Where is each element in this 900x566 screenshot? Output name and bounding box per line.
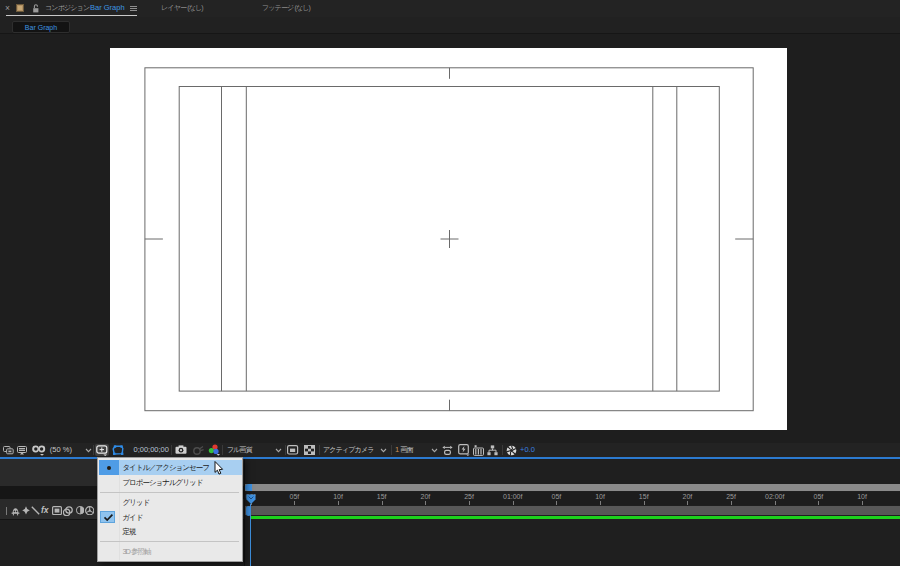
magnification-chevron-icon[interactable]: [85, 448, 92, 453]
ruler-tick: [294, 501, 295, 505]
collapse-transformations-icon[interactable]: [22, 506, 30, 515]
shy-toggle-icon[interactable]: [11, 507, 20, 516]
always-preview-icon[interactable]: [3, 446, 14, 455]
current-time-indicator-head[interactable]: [246, 494, 256, 505]
effects-icon[interactable]: fx: [41, 505, 49, 515]
menu-item-3d-reference-axes: 3D 参照軸: [99, 544, 242, 558]
time-navigator-start-handle[interactable]: [245, 484, 251, 490]
toolbar-separator: [171, 445, 172, 456]
ruler-tick: [556, 501, 557, 505]
ruler-label: 25f: [464, 493, 474, 500]
toolbar-separator: [319, 445, 320, 456]
adjustment-layer-icon[interactable]: [76, 506, 85, 515]
take-snapshot-icon[interactable]: [175, 445, 187, 455]
cached-frames-indicator: [250, 516, 900, 519]
transparency-grid-icon[interactable]: [304, 445, 315, 455]
ruler-tick: [338, 501, 339, 505]
switches-separator: [6, 507, 7, 515]
time-navigator-bar[interactable]: [245, 484, 900, 491]
stereo-3d-glasses-icon[interactable]: [32, 445, 46, 456]
ruler-label: 25f: [726, 493, 736, 500]
after-effects-window: × コンポジション Bar Graph レイヤー (なし) フッテージ (なし)…: [0, 0, 900, 566]
ruler-tick: [644, 501, 645, 505]
ruler-tick: [600, 501, 601, 505]
ruler-tick: [862, 501, 863, 505]
view-3d-chevron-icon[interactable]: [380, 448, 387, 453]
panel-icon: [16, 4, 24, 12]
breadcrumb-comp-chip[interactable]: Bar Graph: [12, 21, 70, 33]
ruler-tick: [818, 501, 819, 505]
motion-blur-icon[interactable]: [63, 506, 73, 516]
frame-blend-icon[interactable]: [52, 506, 62, 516]
primary-viewer-icon[interactable]: [17, 446, 27, 455]
reset-exposure-icon[interactable]: [506, 445, 517, 456]
check-icon: [102, 512, 115, 523]
ruler-label: 01:00f: [503, 493, 522, 500]
menu-item-proportional-grid[interactable]: プロポーショナルグリッド: [99, 475, 242, 489]
ruler-label: 15f: [377, 493, 387, 500]
resolution-popup[interactable]: フル画質: [227, 444, 252, 455]
ruler-label: 02:00f: [765, 493, 784, 500]
tab-footage[interactable]: フッテージ (なし): [262, 3, 310, 13]
ruler-label: 10f: [857, 493, 867, 500]
toolbar-separator: [222, 445, 223, 456]
view-layout-popup[interactable]: 画面: [401, 444, 413, 455]
menu-item-guides[interactable]: ガイド: [99, 510, 242, 524]
panel-tab-bar: × コンポジション Bar Graph レイヤー (なし) フッテージ (なし): [0, 0, 900, 17]
toolbar-separator: [285, 445, 286, 456]
tab-layer[interactable]: レイヤー (なし): [161, 3, 203, 13]
ruler-tick: [731, 501, 732, 505]
composition-viewer[interactable]: [0, 34, 900, 443]
ruler-tick: [687, 501, 688, 505]
ruler-label: 15f: [639, 493, 649, 500]
breadcrumb-comp-name: Bar Graph: [25, 24, 57, 31]
toolbar-separator: [502, 445, 503, 456]
close-panel-icon[interactable]: ×: [5, 3, 10, 13]
mouse-cursor: [214, 461, 224, 476]
tab-composition-label[interactable]: コンポジション: [45, 3, 89, 13]
pixel-aspect-toggle[interactable]: [442, 445, 453, 455]
current-time-indicator-line[interactable]: [250, 504, 252, 566]
panel-menu-icon[interactable]: [130, 5, 137, 12]
composition-canvas[interactable]: [110, 48, 787, 430]
channel-settings-icon[interactable]: [208, 444, 221, 456]
toolbar-separator: [391, 445, 392, 456]
magnification-value[interactable]: (50 %): [50, 444, 72, 455]
ruler-label: 10f: [333, 493, 343, 500]
menu-separator: [100, 492, 239, 493]
exposure-value[interactable]: +0.0: [520, 444, 535, 455]
checkmark-cell: [100, 511, 115, 523]
mask-visibility-toggle[interactable]: [112, 445, 124, 456]
ruler-label: 05f: [552, 493, 562, 500]
menu-separator: [100, 541, 239, 542]
current-time-display[interactable]: 0;00;00;00: [134, 444, 169, 455]
ruler-tick: [469, 501, 470, 505]
view-3d-popup[interactable]: アクティブカメラ: [323, 444, 374, 455]
fast-previews-button[interactable]: [458, 444, 470, 456]
ruler-tick: [382, 501, 383, 505]
flowchart-button[interactable]: [487, 445, 498, 456]
region-of-interest-icon[interactable]: [287, 445, 299, 455]
ruler-tick: [513, 501, 514, 505]
quality-icon[interactable]: [31, 506, 40, 515]
ruler-label: 05f: [289, 493, 299, 500]
ruler-label: 05f: [814, 493, 824, 500]
view-layout-count[interactable]: 1: [395, 444, 399, 455]
work-area-bar[interactable]: [245, 506, 900, 515]
menu-item-grid[interactable]: グリッド: [99, 495, 242, 509]
time-ruler[interactable]: 00f05f10f15f20f25f01:00f05f10f15f20f25f0…: [245, 492, 900, 505]
menu-item-rulers[interactable]: 定規: [99, 524, 242, 538]
3d-layer-icon[interactable]: [85, 506, 95, 516]
lock-icon[interactable]: [32, 4, 39, 13]
timeline-button[interactable]: [473, 445, 484, 456]
grid-guide-options-button[interactable]: [95, 444, 110, 457]
ruler-tick: [425, 501, 426, 505]
show-snapshot-icon[interactable]: [192, 445, 204, 455]
resolution-chevron-icon[interactable]: [275, 448, 282, 453]
tab-composition-name[interactable]: Bar Graph: [90, 3, 125, 12]
safe-guides-overlay: [110, 48, 787, 430]
ruler-tick: [775, 501, 776, 505]
ruler-label: 20f: [683, 493, 693, 500]
ruler-label: 10f: [595, 493, 605, 500]
view-layout-chevron-icon[interactable]: [431, 448, 438, 453]
